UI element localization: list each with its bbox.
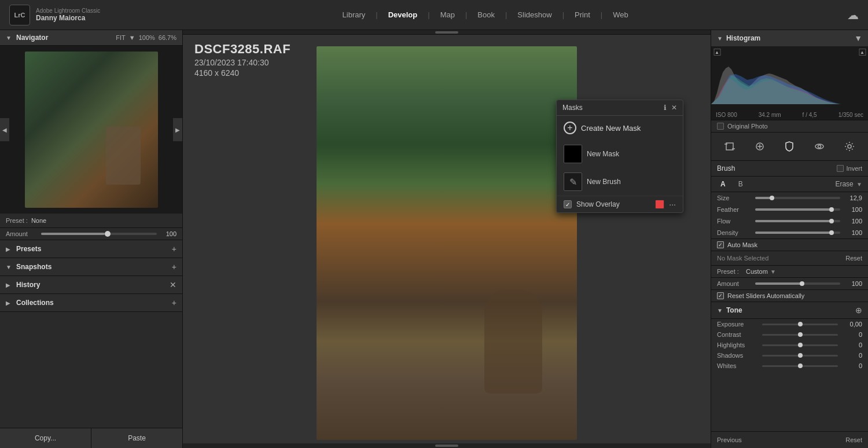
histogram-svg [711,46,868,110]
snapshots-add-btn[interactable]: + [172,263,176,271]
new-mask-item[interactable]: New Mask [557,140,683,168]
size-label: Size [717,194,752,201]
nav-develop[interactable]: Develop [380,7,426,23]
new-brush-thumb: ✎ [564,172,582,191]
nav-667-btn[interactable]: 66.7% [159,34,176,41]
copy-button[interactable]: Copy... [0,428,91,448]
collections-header[interactable]: ▶ Collections + [0,294,182,311]
snapshots-section: ▼ Snapshots + [0,258,182,276]
histogram-area: ▲ ▲ [711,46,868,110]
shutter-value: 1/350 sec [838,112,863,118]
iso-value: ISO 800 [716,112,737,118]
settings-tool-icon[interactable] [840,137,859,156]
exposure-slider[interactable] [762,324,838,325]
top-bar: LrC Adobe Lightroom Classic Danny Maiorc… [0,0,868,30]
histogram-title: Histogram [726,34,760,42]
preset-right-value[interactable]: Custom ▼ [746,268,776,275]
new-mask-thumb [564,145,582,163]
snapshots-arrow: ▼ [6,264,13,270]
history-header[interactable]: ▶ History ✕ [0,276,182,293]
overlay-color-swatch[interactable] [655,200,664,209]
paste-button[interactable]: Paste [91,428,182,448]
healing-tool-icon[interactable] [751,137,769,156]
nav-100-btn[interactable]: 100% [139,34,155,41]
red-eye-tool-icon[interactable] [810,137,829,156]
status-reset-btn[interactable]: Reset [845,255,862,262]
shadows-label: Shadows [717,352,759,359]
tone-options-icon[interactable]: ⊕ [855,306,862,315]
overlay-options-icon[interactable]: ··· [669,200,676,209]
highlights-slider[interactable] [762,344,838,346]
density-label: Density [717,229,752,236]
feather-slider[interactable] [755,208,840,211]
auto-mask-checkbox[interactable]: ✓ [717,241,724,248]
amount-right-value: 100 [844,280,862,287]
nav-print[interactable]: Print [567,7,598,23]
whites-slider[interactable] [762,365,838,367]
nav-fit-btn[interactable]: FIT [116,34,126,41]
nav-slideshow[interactable]: Slideshow [509,7,560,23]
show-overlay-checkbox[interactable]: ✓ [564,200,572,208]
amount-right-label: Amount [717,280,752,287]
center-top-strip [183,30,711,35]
whites-value: 0 [841,362,862,369]
crop-tool-icon[interactable] [720,137,739,156]
flow-slider[interactable] [755,220,840,222]
history-x-btn[interactable]: ✕ [170,281,176,289]
amount-right-slider[interactable] [755,282,840,285]
orig-photo-row[interactable]: Original Photo [711,120,868,133]
image-datetime: 23/10/2023 17:40:30 [194,58,290,67]
new-brush-item[interactable]: ✎ New Brush [557,168,683,196]
shadows-slider[interactable] [762,355,838,357]
contrast-slider[interactable] [762,334,838,336]
show-overlay-label: Show Overlay [576,200,650,208]
density-slider[interactable] [755,232,840,234]
nav-web[interactable]: Web [605,7,637,23]
brush-invert-checkbox[interactable] [837,165,844,172]
amount-row: Amount 100 [0,228,182,240]
feather-slider-row: Feather 100 [711,204,868,215]
histogram-options-icon[interactable]: ▼ [854,34,862,43]
nav-collapse-left[interactable]: ◀ [0,118,9,141]
nav-library[interactable]: Library [334,7,374,23]
brush-tab-b[interactable]: B [735,179,746,189]
orig-photo-checkbox[interactable] [717,123,724,130]
preset-right-label: Preset : [717,268,746,275]
brush-tab-a[interactable]: A [717,179,729,189]
navigator-header: ▼ Navigator FIT ▼ 100% 66.7% [0,30,182,46]
snapshots-header[interactable]: ▼ Snapshots + [0,258,182,276]
previous-btn[interactable]: Previous [717,436,742,443]
focal-value: 34.2 mm [759,112,781,118]
bottom-strip [183,443,711,448]
amount-slider[interactable] [41,233,157,235]
presets-header[interactable]: ▶ Presets + [0,240,182,258]
hist-arrow-left[interactable]: ▲ [713,49,720,56]
mask-tool-icon[interactable] [780,137,799,156]
presets-section: ▶ Presets + [0,240,182,258]
top-right: ☁ [847,8,859,22]
aperture-value: f / 4,5 [803,112,817,118]
hist-arrow-right[interactable]: ▲ [859,49,866,56]
masks-info-icon[interactable]: ℹ [664,104,667,112]
nav-collapse-right[interactable]: ▶ [173,118,182,141]
preset-row: Preset : None [0,214,182,228]
cloud-icon[interactable]: ☁ [847,8,859,22]
size-slider[interactable] [755,197,840,199]
collections-add-btn[interactable]: + [172,299,176,307]
create-new-mask-label: Create New Mask [581,124,641,133]
create-new-mask-row[interactable]: + Create New Mask [557,116,683,140]
no-mask-text: No Mask Selected [717,255,768,262]
reset-sliders-checkbox[interactable]: ✓ [717,292,724,299]
masks-header: Masks ℹ ✕ [557,100,683,116]
nav-book[interactable]: Book [469,7,503,23]
presets-add-btn[interactable]: + [172,245,176,253]
masks-close-icon[interactable]: ✕ [671,104,677,112]
reset-right-btn[interactable]: Reset [845,436,862,443]
flow-value: 100 [844,218,862,225]
show-overlay-row[interactable]: ✓ Show Overlay ··· [557,196,683,212]
tone-section-header[interactable]: ▼ Tone ⊕ [711,302,868,319]
new-brush-label: New Brush [587,178,621,186]
nav-map[interactable]: Map [432,7,463,23]
density-value: 100 [844,229,862,236]
brush-erase-btn[interactable]: Erase ▼ [835,180,862,188]
